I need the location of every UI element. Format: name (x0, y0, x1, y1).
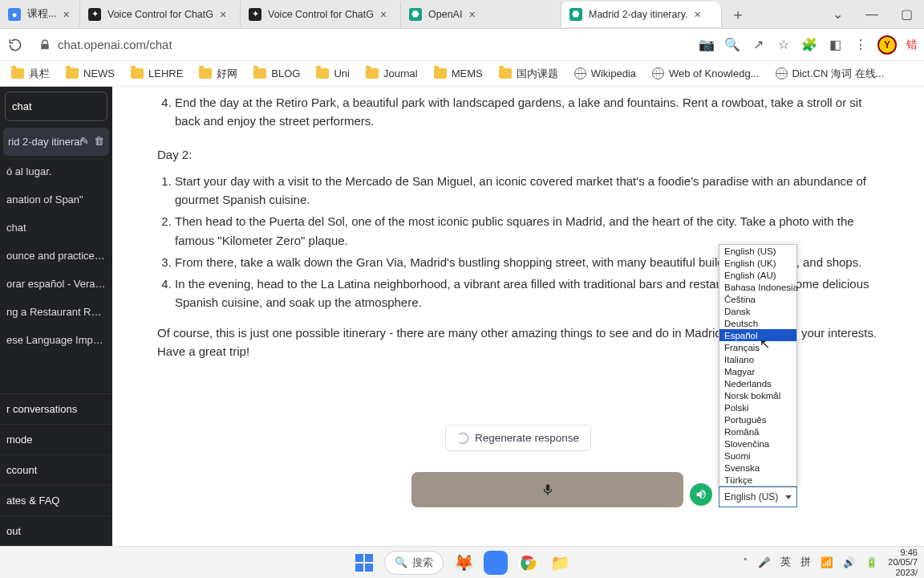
conversation-item[interactable]: orar español - Verano (0, 270, 112, 298)
close-icon[interactable]: × (694, 8, 700, 21)
window-maximize-icon[interactable]: ▢ (890, 6, 924, 22)
language-option[interactable]: English (AU) (719, 269, 796, 281)
start-button[interactable] (352, 551, 376, 575)
regenerate-button[interactable]: Regenerate response (445, 425, 591, 451)
close-icon[interactable]: × (63, 8, 69, 21)
language-option[interactable]: Français (719, 341, 796, 353)
bookmark-item[interactable]: 具栏 (5, 63, 56, 84)
close-icon[interactable]: × (468, 8, 475, 21)
language-option[interactable]: Dansk (719, 305, 796, 317)
tray-clock[interactable]: 9:46 20/05/7 2023/ (888, 547, 918, 576)
language-dropdown-list[interactable]: English (US)English (UK)English (AU)Baha… (719, 244, 797, 486)
sidebar-account[interactable]: ccount (0, 454, 112, 485)
bookmark-item[interactable]: NEWS (59, 64, 121, 83)
trash-icon[interactable]: 🗑 (94, 135, 104, 147)
list-item: End the day at the Retiro Park, a beauti… (175, 93, 879, 131)
bookmark-item[interactable]: Journal (359, 64, 424, 83)
conversation-item[interactable]: anation of Span" (0, 185, 112, 214)
close-icon[interactable]: × (380, 8, 387, 21)
taskbar-search[interactable]: 🔍 搜索 (384, 551, 444, 575)
tray-chevron-icon[interactable]: ˄ (743, 556, 748, 568)
language-option[interactable]: Türkçe (719, 474, 796, 486)
share-icon[interactable]: ↗ (749, 36, 767, 54)
bookmark-item[interactable]: Dict.CN 海词 在线... (769, 63, 891, 84)
language-option[interactable]: Magyar (719, 365, 796, 377)
bookmark-label: MEMS (452, 67, 483, 79)
edit-icon[interactable]: ✎ (80, 135, 89, 147)
tab-title: Madrid 2-day itinerary. (589, 9, 687, 20)
language-select[interactable]: English (US) (719, 486, 797, 507)
conversation-item[interactable]: ó al lugar. (0, 157, 112, 185)
tab-1[interactable]: ✦ Voice Control for ChatG × (80, 2, 241, 27)
speaker-toggle[interactable] (690, 483, 712, 506)
taskbar-firefox-icon[interactable]: 🦊 (452, 551, 476, 575)
bookmark-item[interactable]: Web of Knowledg... (646, 64, 766, 83)
language-option[interactable]: Slovenčina (719, 438, 796, 450)
tray-battery-icon[interactable]: 🔋 (865, 556, 878, 568)
language-option[interactable]: Norsk bokmål (719, 389, 796, 401)
language-option[interactable]: Română (719, 425, 796, 438)
language-option[interactable]: English (UK) (719, 257, 796, 269)
language-option[interactable]: Italiano (719, 353, 796, 365)
language-option[interactable]: English (US) (719, 245, 796, 257)
language-option[interactable]: Nederlands (719, 377, 796, 389)
tab-2[interactable]: ✦ Voice Control for ChatG × (241, 2, 401, 27)
close-icon[interactable]: × (220, 8, 226, 21)
conversation-item[interactable]: ounce and practice Spa (0, 242, 112, 270)
tab-4-active[interactable]: ⬣ Madrid 2-day itinerary. × (561, 2, 722, 27)
conversation-item[interactable]: ng a Restaurant Reserv (0, 298, 112, 326)
ime-indicator-1[interactable]: 英 (780, 556, 791, 569)
language-option[interactable]: Polski (719, 401, 796, 413)
conversation-item-selected[interactable]: rid 2-day itinerar ✎ 🗑 (3, 128, 109, 156)
taskbar-app-icon[interactable] (484, 551, 508, 575)
language-option[interactable]: Čeština (719, 293, 796, 305)
window-minimize-icon[interactable]: — (854, 7, 890, 22)
tab-favicon: ⬣ (569, 8, 582, 21)
taskbar-explorer-icon[interactable]: 📁 (548, 551, 572, 575)
tray-network-icon[interactable]: 📶 (821, 556, 833, 568)
tab-0[interactable]: ● 课程... × (0, 2, 80, 27)
bookmark-item[interactable]: 国内课题 (492, 63, 565, 84)
language-option[interactable]: Suomi (719, 450, 796, 462)
sidepanel-icon[interactable]: ◧ (826, 36, 844, 54)
extensions-icon[interactable]: 🧩 (800, 36, 818, 54)
sidebar-updates-faq[interactable]: ates & FAQ (0, 485, 112, 515)
reload-button[interactable] (6, 36, 24, 54)
bookmark-item[interactable]: MEMS (428, 64, 489, 83)
search-icon: 🔍 (395, 556, 407, 568)
conversation-item[interactable]: chat (0, 214, 112, 242)
search-icon[interactable]: 🔍 (723, 36, 741, 54)
new-chat-button[interactable]: chat (5, 92, 107, 121)
language-option[interactable]: Español (719, 329, 796, 341)
taskbar-chrome-icon[interactable] (516, 551, 540, 575)
language-option[interactable]: Português (719, 413, 796, 425)
profile-avatar[interactable]: Y (877, 35, 897, 55)
bookmark-item[interactable]: LEHRE (124, 64, 189, 83)
sidebar-dark-mode[interactable]: mode (0, 424, 112, 454)
language-option[interactable]: Bahasa Indonesia (719, 281, 796, 293)
menu-icon[interactable]: ⋮ (852, 36, 869, 54)
tab-3[interactable]: ⬣ OpenAI × (401, 2, 561, 27)
bookmark-star-icon[interactable]: ☆ (775, 36, 792, 54)
tab-title: Voice Control for ChatG (268, 9, 374, 20)
bookmark-item[interactable]: Wikipedia (568, 64, 642, 83)
bookmark-item[interactable]: Uni (310, 64, 356, 83)
conversation-title: ounce and practice Spa (6, 250, 112, 262)
bookmark-label: Web of Knowledg... (669, 67, 760, 79)
tray-volume-icon[interactable]: 🔊 (843, 556, 856, 568)
bookmark-item[interactable]: BLOG (247, 64, 306, 83)
bookmark-label: 好网 (217, 67, 237, 81)
camera-icon[interactable]: 📷 (698, 36, 715, 54)
bookmark-item[interactable]: 好网 (192, 63, 244, 84)
language-option[interactable]: Deutsch (719, 317, 796, 329)
sidebar-logout[interactable]: out (0, 515, 112, 546)
tray-mic-icon[interactable]: 🎤 (758, 556, 771, 568)
ime-indicator-2[interactable]: 拼 (800, 556, 811, 569)
new-tab-button[interactable]: ＋ (727, 3, 749, 26)
tab-overflow[interactable]: ⌄ (821, 6, 854, 22)
sidebar-clear-conversations[interactable]: r conversations (0, 393, 112, 424)
conversation-item[interactable]: ese Language Importan (0, 326, 112, 354)
voice-input-bar[interactable] (411, 472, 683, 507)
url-field[interactable]: chat.openai.com/chat (32, 35, 690, 55)
language-option[interactable]: Svenska (719, 462, 796, 474)
